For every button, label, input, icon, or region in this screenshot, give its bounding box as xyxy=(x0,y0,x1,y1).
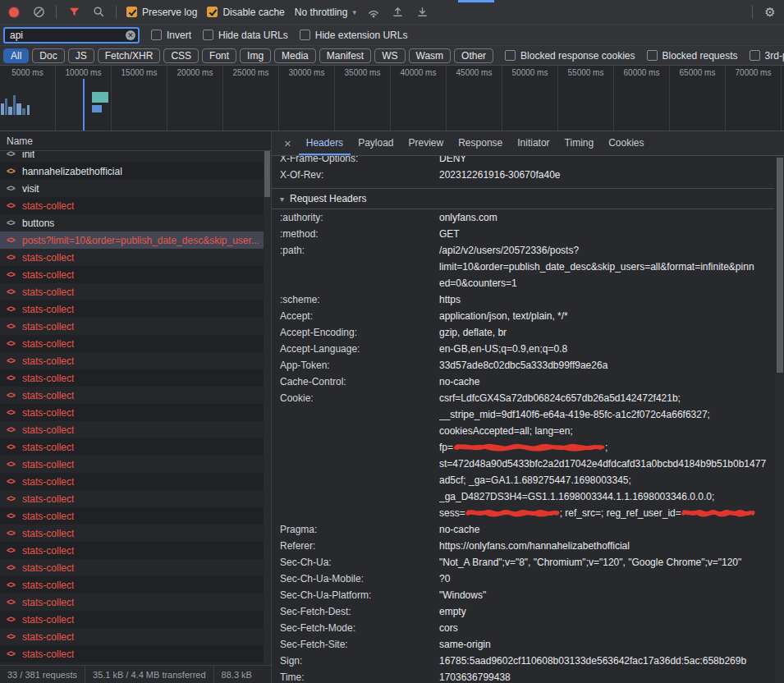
clear-filter-icon[interactable]: ✕ xyxy=(126,30,135,40)
scrollbar-thumb[interactable] xyxy=(777,158,783,373)
request-row[interactable]: <>stats-collect xyxy=(0,456,271,473)
record-button[interactable] xyxy=(7,5,21,20)
import-har-button[interactable] xyxy=(391,5,406,20)
disable-cache-checkbox[interactable]: Disable cache xyxy=(207,7,284,18)
request-row[interactable]: <>stats-collect xyxy=(0,387,271,404)
request-row[interactable]: <>stats-collect xyxy=(0,473,271,490)
request-row[interactable]: <>stats-collect xyxy=(0,559,271,576)
request-row[interactable]: <>stats-collect xyxy=(0,542,271,559)
checkbox-blocked-requests[interactable]: Blocked requests xyxy=(647,50,738,62)
request-row[interactable]: <>stats-collect xyxy=(0,197,271,214)
invert-checkbox[interactable]: Invert xyxy=(151,30,191,41)
request-name: stats-collect xyxy=(22,459,74,470)
header-row: Time:1703636799438 xyxy=(272,669,774,683)
request-row[interactable]: <>init xyxy=(0,151,271,163)
request-name: stats-collect xyxy=(22,476,74,488)
request-row[interactable]: <>stats-collect xyxy=(0,594,271,611)
close-details-button[interactable]: × xyxy=(277,136,299,150)
checkbox-3rd-party-requests[interactable]: 3rd-party requests xyxy=(750,50,784,62)
file-type-icon: <> xyxy=(7,632,17,641)
request-name: stats-collect xyxy=(22,407,74,419)
request-row[interactable]: <>visit xyxy=(0,180,271,197)
file-type-icon: <> xyxy=(7,615,17,624)
filter-chip-js[interactable]: JS xyxy=(68,48,94,63)
checkbox-blocked-response-cookies[interactable]: Blocked response cookies xyxy=(505,50,635,62)
request-list-scrollbar[interactable] xyxy=(264,151,271,665)
detail-tab-response[interactable]: Response xyxy=(451,131,510,155)
filter-chip-all[interactable]: All xyxy=(3,48,29,63)
request-row[interactable]: <>stats-collect xyxy=(0,576,271,594)
request-row[interactable]: <>stats-collect xyxy=(0,628,271,645)
header-row: Sec-Fetch-Site:same-origin xyxy=(272,636,774,653)
hide-data-urls-checkbox[interactable]: Hide data URLs xyxy=(203,30,288,41)
filter-chip-doc[interactable]: Doc xyxy=(32,48,64,63)
header-name: Time: xyxy=(280,669,439,683)
filter-chip-font[interactable]: Font xyxy=(202,48,236,63)
header-value: https://onlyfans.com/hannahelizabethoffi… xyxy=(439,538,774,554)
file-type-icon: <> xyxy=(7,236,17,245)
detail-tab-cookies[interactable]: Cookies xyxy=(601,131,651,155)
request-row[interactable]: <>stats-collect xyxy=(0,404,271,421)
preserve-log-checkbox[interactable]: Preserve log xyxy=(126,7,197,18)
disclosure-triangle-icon: ▾ xyxy=(280,195,284,204)
detail-tab-timing[interactable]: Timing xyxy=(557,131,602,155)
detail-tab-initiator[interactable]: Initiator xyxy=(510,131,557,155)
waterfall-activity-bar xyxy=(5,99,7,115)
detail-tab-preview[interactable]: Preview xyxy=(401,131,452,155)
request-row[interactable]: <>stats-collect xyxy=(0,249,271,266)
header-value: no-cache xyxy=(439,374,774,390)
export-har-button[interactable] xyxy=(415,5,430,20)
scrollbar-thumb[interactable] xyxy=(264,151,270,197)
request-row[interactable]: <>stats-collect xyxy=(0,266,271,283)
detail-tab-headers[interactable]: Headers xyxy=(299,131,351,155)
request-name: stats-collect xyxy=(22,493,74,505)
filter-chip-other[interactable]: Other xyxy=(454,48,493,63)
filter-button[interactable] xyxy=(66,5,81,20)
header-value: onlyfans.com xyxy=(439,209,774,226)
request-row[interactable]: <>stats-collect xyxy=(0,490,271,507)
request-name: stats-collect xyxy=(22,200,74,212)
network-overview-timeline[interactable]: 5000 ms10000 ms15000 ms20000 ms25000 ms3… xyxy=(0,66,784,131)
network-conditions-button[interactable] xyxy=(366,5,381,20)
request-row[interactable]: <>stats-collect xyxy=(0,421,271,438)
filter-chip-wasm[interactable]: Wasm xyxy=(409,48,452,63)
request-row[interactable]: <>stats-collect xyxy=(0,335,271,352)
throttling-dropdown[interactable]: No throttling ▾ xyxy=(295,7,356,18)
details-scrollbar[interactable] xyxy=(776,156,784,683)
request-row[interactable]: <>buttons xyxy=(0,214,271,231)
settings-gear-icon[interactable]: ⚙ xyxy=(763,5,777,20)
request-row[interactable]: <>hannahelizabethofficial xyxy=(0,163,271,180)
filter-chip-ws[interactable]: WS xyxy=(374,48,405,63)
filter-chip-manifest[interactable]: Manifest xyxy=(319,48,371,63)
name-column-header[interactable]: Name xyxy=(0,131,271,151)
clear-button[interactable] xyxy=(31,5,46,20)
request-row[interactable]: <>stats-collect xyxy=(0,369,271,387)
request-headers-section-header[interactable]: ▾ Request Headers xyxy=(272,188,774,209)
request-row[interactable]: <>stats-collect xyxy=(0,318,271,335)
request-row[interactable]: <>stats-collect xyxy=(0,645,271,662)
request-row[interactable]: <>stats-collect xyxy=(0,352,271,369)
header-value-line: cookiesAccepted=all; lang=en; xyxy=(439,423,774,439)
search-button[interactable] xyxy=(91,5,106,20)
request-row[interactable]: <>stats-collect xyxy=(0,283,271,300)
header-row: X-Of-Rev:202312261916-30670fa40e xyxy=(272,167,774,183)
waterfall-activity-bar xyxy=(16,103,21,115)
request-row[interactable]: <>stats-collect xyxy=(0,525,271,542)
hide-extension-urls-checkbox[interactable]: Hide extension URLs xyxy=(300,30,408,41)
header-name: Sec-Fetch-Site: xyxy=(280,636,439,653)
request-name: buttons xyxy=(22,218,54,229)
request-row[interactable]: <>stats-collect xyxy=(0,438,271,456)
filter-input[interactable] xyxy=(3,27,140,44)
request-row[interactable]: <>stats-collect xyxy=(0,507,271,525)
request-row[interactable]: <>stats-collect xyxy=(0,611,271,628)
header-name: :method: xyxy=(280,226,439,242)
filter-chip-img[interactable]: Img xyxy=(240,48,271,63)
checkbox-label: 3rd-party requests xyxy=(765,50,784,62)
filter-chip-fetch-xhr[interactable]: Fetch/XHR xyxy=(98,48,161,63)
detail-tab-payload[interactable]: Payload xyxy=(351,131,401,155)
header-value-line: limit=10&order=publish_date_desc&skip_us… xyxy=(439,259,774,275)
request-row[interactable]: <>posts?limit=10&order=publish_date_desc… xyxy=(0,231,271,249)
filter-chip-media[interactable]: Media xyxy=(274,48,316,63)
filter-chip-css[interactable]: CSS xyxy=(163,48,199,63)
request-row[interactable]: <>stats-collect xyxy=(0,300,271,318)
